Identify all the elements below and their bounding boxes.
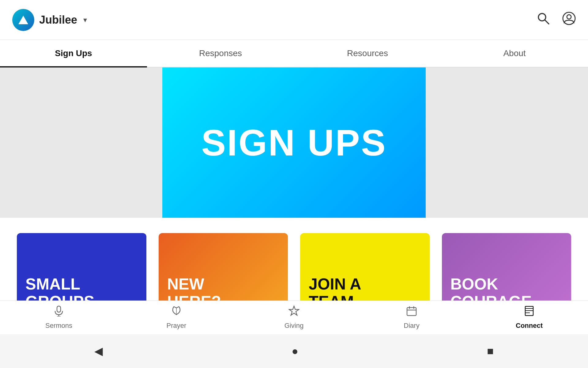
calendar-icon: [406, 305, 417, 319]
app-logo[interactable]: [12, 9, 34, 31]
nav-giving[interactable]: Giving: [235, 305, 353, 330]
header: Jubilee ▾: [0, 0, 588, 40]
hero-banner: SIGN UPS: [162, 67, 426, 218]
nav-connect[interactable]: Connect: [470, 305, 588, 330]
tab-responses[interactable]: Responses: [147, 40, 294, 67]
nav-prayer[interactable]: Prayer: [118, 305, 235, 330]
book-icon: [524, 305, 535, 319]
prayer-label: Prayer: [167, 322, 187, 330]
back-button[interactable]: ◀: [94, 345, 103, 358]
connect-label: Connect: [516, 322, 543, 330]
tab-about[interactable]: About: [441, 40, 588, 67]
nav-sermons[interactable]: Sermons: [0, 305, 118, 330]
header-left: Jubilee ▾: [12, 9, 87, 31]
app-name: Jubilee: [39, 13, 77, 26]
hero-title: SIGN UPS: [201, 121, 386, 164]
system-nav: ◀ ● ■: [0, 334, 588, 368]
recents-button[interactable]: ■: [487, 345, 494, 358]
header-right: [537, 12, 576, 28]
giving-label: Giving: [285, 322, 303, 330]
search-icon[interactable]: [537, 12, 550, 28]
tab-resources[interactable]: Resources: [294, 40, 441, 67]
star-icon: [288, 305, 300, 319]
hero-area: SIGN UPS: [0, 67, 588, 218]
diary-label: Diary: [404, 322, 419, 330]
bottom-nav: Sermons Prayer Giving Diary: [0, 301, 588, 334]
svg-line-1: [545, 20, 549, 24]
logo-triangle-icon: [18, 16, 28, 24]
svg-marker-7: [289, 306, 299, 315]
chevron-down-icon[interactable]: ▾: [83, 16, 87, 24]
tab-sign-ups[interactable]: Sign Ups: [0, 40, 147, 67]
account-icon[interactable]: [562, 12, 576, 28]
svg-point-3: [567, 15, 571, 19]
svg-point-2: [563, 12, 575, 25]
home-button[interactable]: ●: [292, 345, 298, 358]
prayer-icon: [171, 305, 182, 319]
microphone-icon: [53, 305, 64, 319]
svg-rect-4: [57, 306, 61, 312]
nav-tabs: Sign Ups Responses Resources About: [0, 40, 588, 67]
nav-diary[interactable]: Diary: [353, 305, 470, 330]
svg-rect-8: [407, 308, 416, 316]
sermons-label: Sermons: [45, 322, 72, 330]
